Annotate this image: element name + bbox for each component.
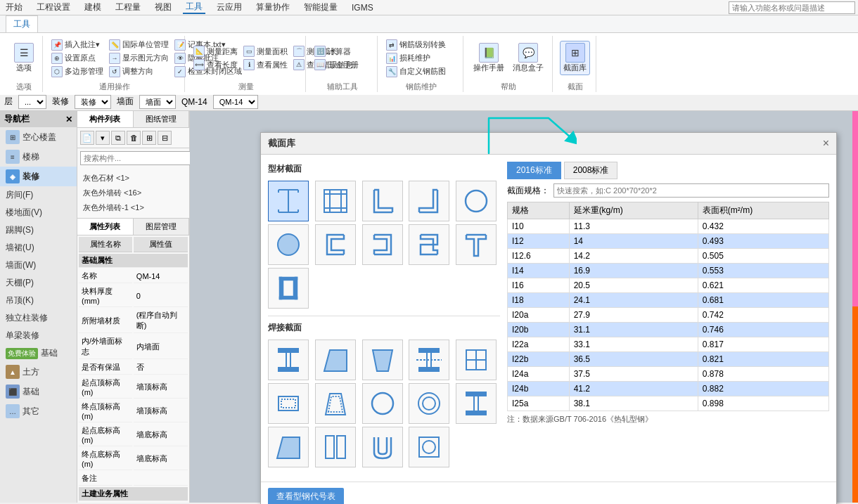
tab-component-list[interactable]: 构件列表	[77, 111, 134, 127]
comp-item-3[interactable]: 灰色外墙砖-1 <1>	[80, 200, 186, 215]
view-section-code-btn[interactable]: 查看型钢代号表	[268, 488, 344, 504]
dialog-close-btn[interactable]: ×	[823, 137, 829, 150]
shape-L[interactable]	[362, 181, 403, 221]
sidebar-item-floor[interactable]: 楼地面(V)	[0, 204, 77, 221]
table-row[interactable]: I12140.493	[508, 234, 829, 249]
decoration-select[interactable]: 装修	[75, 95, 111, 109]
shape-I[interactable]	[268, 181, 309, 221]
weld-shape-II[interactable]	[315, 427, 356, 467]
ribbon-btn-insert-annotation[interactable]: 📌插入批注▾	[50, 39, 105, 51]
weld-shape-circle-inner[interactable]	[409, 383, 449, 424]
shape-H[interactable]	[315, 181, 356, 221]
weld-shape-circle-rect[interactable]	[409, 427, 449, 467]
weld-shape-U[interactable]	[362, 427, 403, 467]
shape-L-rev[interactable]	[409, 181, 449, 221]
ribbon-btn-rebar-convert[interactable]: ⇄钢筋级别转换	[385, 39, 447, 51]
weld-shape-I[interactable]	[268, 340, 309, 380]
weld-shape-dashT[interactable]	[409, 340, 449, 380]
tool-btn-2[interactable]: ▾	[96, 131, 110, 145]
ribbon-btn-custom-rebar[interactable]: 🔧自定义钢筋图	[385, 65, 447, 78]
tool-btn-6[interactable]: ⊟	[158, 131, 172, 145]
ribbon-btn-unit[interactable]: 📏国际单位管理	[108, 39, 170, 51]
weld-shape-trap3[interactable]	[268, 427, 309, 467]
ribbon-btn-measure-area[interactable]: ▭测量面积	[242, 45, 289, 58]
weld-shape-boxH[interactable]	[456, 340, 497, 380]
delete-btn[interactable]: 🗑	[127, 131, 141, 145]
section-search-input[interactable]	[553, 183, 829, 198]
shape-C-mirror[interactable]	[362, 224, 403, 265]
ribbon-btn-options[interactable]: ☰ 选项	[11, 41, 37, 75]
weld-shape-trap2[interactable]	[315, 383, 356, 424]
sidebar-item-skirting[interactable]: 踢脚(S)	[0, 221, 77, 239]
sidebar-item-decoration[interactable]: ◈ 装修	[0, 167, 77, 186]
ribbon-btn-adjust-dir[interactable]: ↺调整方向	[108, 65, 170, 78]
menu-item-model[interactable]: 建模	[82, 1, 104, 13]
ribbon-btn-section-lib[interactable]: ⊞ 截面库	[560, 41, 590, 75]
ribbon-btn-set-origin[interactable]: ⊕设置原点	[50, 52, 105, 65]
shape-circle[interactable]	[456, 181, 497, 221]
weld-shape-rect-box[interactable]	[268, 383, 309, 424]
sidebar-item-wall-skirt[interactable]: 墙裙(U)	[0, 239, 77, 257]
new-component-btn[interactable]: 📄	[80, 131, 94, 145]
ribbon-btn-hardware[interactable]: 📖五金手册	[313, 58, 360, 71]
tool-btn-5[interactable]: ⊞	[142, 131, 156, 145]
weld-shape-trap[interactable]	[315, 340, 356, 380]
menu-item-igms[interactable]: IGMS	[349, 3, 376, 13]
sidebar-item-base[interactable]: ⬛ 基础	[0, 382, 77, 401]
menu-item-quantity[interactable]: 工程量	[113, 1, 143, 13]
sidebar-item-ceiling[interactable]: 天棚(P)	[0, 274, 77, 292]
weld-shape-T2[interactable]	[362, 340, 403, 380]
table-row[interactable]: I25a38.10.898	[508, 396, 829, 411]
sidebar-item-stairs[interactable]: ≡ 楼梯	[0, 147, 77, 167]
ribbon-btn-show-dir[interactable]: →显示图元方向	[108, 52, 170, 65]
sidebar-item-foundation[interactable]: 免费体验 基础	[0, 344, 77, 362]
ribbon-btn-view-len[interactable]: ⟺查看长度	[192, 58, 239, 71]
sidebar-close-icon[interactable]: ✕	[65, 115, 72, 124]
ribbon-btn-view-prop[interactable]: ℹ查看属性	[242, 58, 289, 71]
tab-drawing-mgmt[interactable]: 图纸管理	[134, 111, 190, 127]
menu-item-view[interactable]: 视图	[152, 1, 174, 13]
ribbon-btn-measure-dist[interactable]: 📐测量距离	[192, 45, 239, 58]
table-row[interactable]: I20a27.90.742	[508, 308, 829, 323]
ribbon-tab-tools[interactable]: 工具	[6, 15, 38, 32]
shape-rect-hollow[interactable]	[268, 268, 309, 309]
tab-props-list[interactable]: 属性列表	[77, 219, 134, 235]
sidebar-item-hollow-slab[interactable]: ⊞ 空心楼盖	[0, 127, 77, 147]
ribbon-btn-msgbox[interactable]: 💬 消息盒子	[510, 41, 546, 75]
tab-2016[interactable]: 2016标准	[507, 162, 561, 179]
copy-btn[interactable]: ⧉	[111, 131, 125, 145]
menu-item-smart[interactable]: 智能提量	[301, 1, 340, 13]
shape-C[interactable]	[315, 224, 356, 265]
sidebar-item-column-decor[interactable]: 独立柱装修	[0, 309, 77, 327]
ribbon-btn-manual[interactable]: 📗 操作手册	[470, 41, 507, 75]
table-row[interactable]: I1824.10.681	[508, 293, 829, 308]
tab-layer-mgmt[interactable]: 图层管理	[134, 219, 190, 235]
ribbon-btn-polygon[interactable]: ⬡多边形管理	[50, 65, 105, 78]
table-row[interactable]: I24b41.20.882	[508, 382, 829, 396]
table-row[interactable]: I1620.50.621	[508, 278, 829, 293]
sidebar-item-suspended[interactable]: 吊顶(K)	[0, 292, 77, 309]
weld-shape-circle[interactable]	[362, 383, 403, 424]
sidebar-item-beam-decor[interactable]: 单梁装修	[0, 327, 77, 344]
sidebar-item-room[interactable]: 房间(F)	[0, 186, 77, 204]
sidebar-item-wall[interactable]: 墙面(W)	[0, 257, 77, 274]
component-search-input[interactable]	[80, 151, 192, 165]
table-row[interactable]: I22a33.10.817	[508, 337, 829, 352]
table-row[interactable]: I22b36.50.821	[508, 352, 829, 367]
comp-item-2[interactable]: 灰色外墙砖 <16>	[80, 186, 186, 200]
wall-select[interactable]: 墙面	[139, 95, 176, 109]
sidebar-item-other[interactable]: … 其它	[0, 401, 77, 421]
menu-item-settings[interactable]: 工程设置	[34, 1, 73, 13]
layer-select[interactable]: ...	[18, 95, 46, 109]
table-scroll-area[interactable]: 规格 延米重(kg/m) 表面积(m²/m) I1011.30.432I1214…	[507, 202, 829, 411]
table-row[interactable]: I24a37.50.878	[508, 367, 829, 382]
qm-select[interactable]: QM-14	[213, 95, 258, 109]
table-row[interactable]: I20b31.10.746	[508, 323, 829, 337]
shape-T[interactable]	[456, 224, 497, 265]
menu-item-collab[interactable]: 算量协作	[253, 1, 293, 13]
weld-shape-I3[interactable]	[456, 383, 497, 424]
comp-item-1[interactable]: 灰色石材 <1>	[80, 171, 186, 186]
top-search-input[interactable]	[729, 1, 855, 14]
menu-item-tools[interactable]: 工具	[183, 1, 205, 14]
menu-item-start[interactable]: 开始	[3, 1, 25, 13]
